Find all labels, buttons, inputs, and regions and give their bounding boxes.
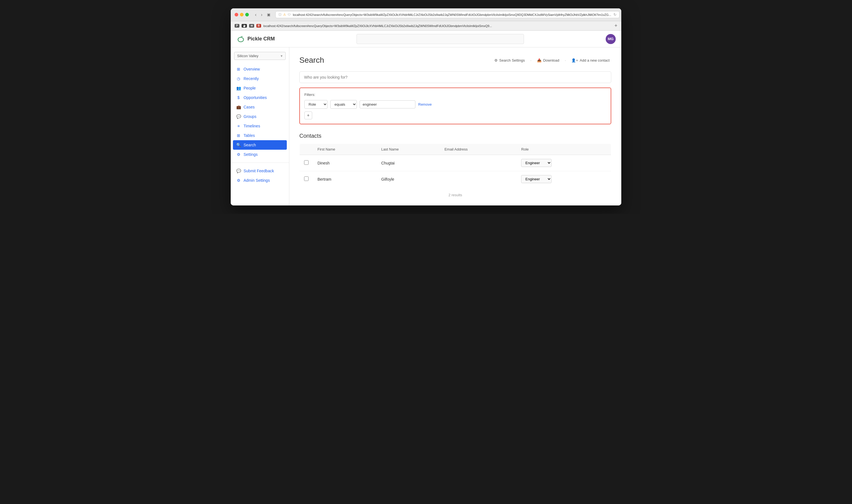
main-content: Search ⚙ Search Settings · 📥 Download · [289,48,621,205]
github-badge: ◕ [242,24,247,28]
sidebar-item-opportunities[interactable]: $ Opportunities [231,93,289,102]
sidebar-item-overview[interactable]: ⊞ Overview [231,65,289,74]
clock-icon: ◷ [236,76,241,81]
settings-gear-icon: ⚙ [236,152,241,157]
tables-icon: ⊞ [236,133,241,138]
filter-operator-select[interactable]: equals [330,100,357,109]
role-select-1[interactable]: Engineer [521,159,552,167]
filter-field-select[interactable]: Role [305,100,328,109]
sidebar-item-groups[interactable]: 💬 Groups [231,112,289,121]
warning-icon: ⚠ [283,13,286,16]
sidebar-item-cases[interactable]: 💼 Cases [231,102,289,112]
search-settings-icon: ⚙ [494,58,498,62]
grid-icon: ⊞ [236,67,241,71]
row-checkbox-cell-1 [300,155,313,171]
r-badge: R [256,24,261,28]
row-checkbox-cell-2 [300,171,313,187]
sidebar-item-submit-feedback[interactable]: 💬 Submit Feedback ➜ [231,166,289,176]
user-avatar[interactable]: MG [606,34,616,44]
logo-icon [236,35,245,43]
search-input[interactable] [304,75,607,79]
sidebar-item-search[interactable]: 🔍 Search [233,140,287,150]
svg-point-0 [238,37,244,42]
sidebar-item-timelines[interactable]: ≡ Timelines [231,121,289,131]
cell-lastname-1: Chugtai [377,155,440,171]
filters-box: Filters: Role equals Remove + [299,88,611,124]
table-header-email: Email Address [440,144,517,155]
add-contact-icon: 👤+ [571,58,578,62]
page-title: Search [299,56,324,65]
dollar-icon: $ [236,95,241,100]
table-header-firstname: First Name [313,144,377,155]
address-bar[interactable]: ⓘ ⚠ 🛡 localhost:4242/search/fullscreen#e… [275,11,620,18]
chevron-down-icon: ▾ [281,54,283,58]
toolbar-url: localhost:4242/search/fullscreen#encQuer… [263,24,612,28]
page-header: Search ⚙ Search Settings · 📥 Download · [299,56,611,65]
add-bookmark-icon[interactable]: + [614,23,618,29]
separator-dot-2: · [565,58,566,62]
add-contact-button[interactable]: 👤+ Add a new contact [570,57,611,64]
filter-row: Role equals Remove [305,100,606,109]
view-mode-icon: ▣ [267,13,270,17]
search-settings-button[interactable]: ⚙ Search Settings [493,57,527,64]
timelines-icon: ≡ [236,124,241,128]
back-button[interactable]: ‹ [253,12,258,18]
sidebar-item-settings[interactable]: ⚙ Settings [231,150,289,159]
app-header: Pickle CRM MG [231,31,621,48]
download-button[interactable]: 📥 Download [535,57,561,64]
page-actions: ⚙ Search Settings · 📥 Download · 👤+ Add … [493,57,611,64]
table-header-role: Role [517,144,611,155]
browser-nav-buttons: ‹ › [253,12,264,18]
shield-icon: 🛡 [288,13,291,16]
table-row: Bertram Gilfoyle Engineer [300,171,611,187]
table-header-checkbox [300,144,313,155]
close-button[interactable] [234,13,238,16]
search-nav-icon: 🔍 [236,143,241,147]
cell-email-2 [440,171,517,187]
sidebar-nav: ⊞ Overview ◷ Recently 👥 People $ Opportu… [231,65,289,159]
contacts-title: Contacts [299,133,611,139]
sidebar-item-recently[interactable]: ◷ Recently [231,74,289,83]
results-count: 2 results [299,193,611,197]
refresh-icon[interactable]: ↻ [613,13,616,17]
filter-value-input[interactable] [360,100,415,108]
sidebar-item-admin-settings[interactable]: ⚙ Admin Settings ➜ [231,176,289,185]
feedback-icon: 💬 [236,169,241,173]
forward-button[interactable]: › [259,12,264,18]
address-bar-icons: ⓘ ⚠ 🛡 [278,13,291,17]
table-body: Dinesh Chugtai Engineer [300,155,611,187]
url-display: localhost:4242/search/fullscreen#encQuer… [293,13,611,16]
sidebar: Silicon Valley ▾ ⊞ Overview ◷ Recently 👥… [231,48,289,205]
cell-lastname-2: Gilfoyle [377,171,440,187]
table-header: First Name Last Name Email Address Role [300,144,611,155]
minimize-button[interactable] [240,13,244,16]
app-name: Pickle CRM [247,36,275,42]
cell-firstname-1: Dinesh [313,155,377,171]
cell-role-1: Engineer [517,155,611,171]
contacts-section: Contacts First Name Last Name [299,133,611,197]
chat-groups-icon: 💬 [236,114,241,119]
row-checkbox-1[interactable] [304,160,309,165]
app-logo: Pickle CRM [236,35,275,43]
search-bar-container [299,71,611,83]
content-area: Silicon Valley ▾ ⊞ Overview ◷ Recently 👥… [231,48,621,205]
row-checkbox-2[interactable] [304,177,309,181]
global-search-input[interactable] [357,34,524,44]
add-filter-button[interactable]: + [305,111,312,119]
sidebar-item-tables[interactable]: ⊞ Tables [231,131,289,140]
fullscreen-button[interactable] [245,13,249,16]
org-selector[interactable]: Silicon Valley ▾ [234,52,286,60]
cell-email-1 [440,155,517,171]
sidebar-item-people[interactable]: 👥 People [231,83,289,93]
separator-dot-1: · [531,58,532,62]
table-row: Dinesh Chugtai Engineer [300,155,611,171]
filter-remove-button[interactable]: Remove [418,102,432,107]
download-icon: 📥 [537,58,541,62]
mail-badge: ✉ [249,24,254,28]
p-badge: P [234,24,239,28]
table-header-lastname: Last Name [377,144,440,155]
cell-role-2: Engineer [517,171,611,187]
role-select-2[interactable]: Engineer [521,175,552,183]
traffic-lights [234,13,249,16]
cell-firstname-2: Bertram [313,171,377,187]
